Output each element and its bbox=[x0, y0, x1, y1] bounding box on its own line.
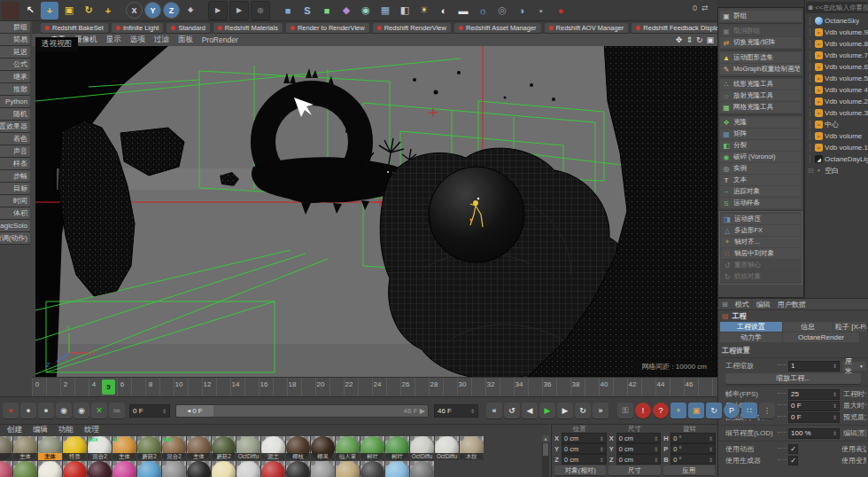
spinner-icon[interactable]: ⇕ bbox=[833, 403, 837, 409]
spinner-icon[interactable]: ⇕ bbox=[833, 391, 837, 397]
effector-button[interactable]: 延迟 bbox=[0, 46, 30, 58]
redshift-button[interactable]: Redshift AOV Manager bbox=[545, 23, 629, 33]
add-subdivision-button[interactable]: ■ bbox=[318, 2, 336, 20]
add-array-button[interactable]: ▦ bbox=[376, 2, 394, 20]
settings-gear-icon[interactable]: ◎ bbox=[493, 2, 511, 20]
size-dropdown[interactable]: 尺寸 bbox=[608, 465, 660, 475]
project-scale-input[interactable]: 1⇕ bbox=[788, 361, 840, 371]
material-menu-item[interactable]: 纹理 bbox=[84, 425, 99, 435]
object-item[interactable]: ┆◢OctaneDayLight bbox=[805, 153, 868, 165]
material-thumbnail[interactable] bbox=[63, 461, 87, 477]
next-frame-button[interactable]: ▶ bbox=[557, 403, 573, 418]
record-keyframe-button[interactable]: ⚿ bbox=[617, 403, 633, 418]
material-thumbnail[interactable]: 椰枝 bbox=[286, 436, 310, 460]
menu-item[interactable]: △多边形FX bbox=[721, 225, 801, 236]
material-thumbnail[interactable]: S主体 bbox=[112, 436, 136, 460]
material-thumbnail[interactable]: 主体 bbox=[13, 436, 37, 460]
current-frame-input[interactable]: 0 F⇕ bbox=[129, 404, 170, 418]
field-input[interactable]: 0 F⇕ bbox=[788, 412, 840, 423]
object-item[interactable]: ┆≈Vdb volume.6 bbox=[805, 61, 868, 73]
object-item[interactable]: ┆≈Vdb volume.5 bbox=[805, 73, 868, 84]
material-thumbnail[interactable]: 椰果 bbox=[311, 436, 335, 460]
record-button[interactable]: ● bbox=[3, 403, 19, 418]
viewport-menu-item[interactable]: ProRender bbox=[202, 35, 238, 44]
effector-button[interactable]: 随机 bbox=[0, 108, 30, 120]
effector-button[interactable]: 公式 bbox=[0, 59, 30, 70]
record-scale-toggle[interactable]: ▣ bbox=[688, 403, 704, 418]
tab-octane-render[interactable]: OctaneRender bbox=[783, 332, 859, 342]
spinner-icon[interactable]: ⇕ bbox=[833, 414, 837, 420]
menu-item[interactable]: ◨运动挤压 bbox=[721, 214, 801, 224]
prev-key-button[interactable]: ↺ bbox=[504, 403, 520, 418]
add-deformer-button[interactable]: ◆ bbox=[337, 2, 355, 20]
spinner-icon[interactable]: ⇕ bbox=[654, 435, 658, 442]
undo-partial-icon[interactable] bbox=[2, 2, 19, 20]
object-item[interactable]: ┆≈Vdb volume.1 bbox=[805, 142, 868, 153]
sphere-icon-1[interactable]: ● bbox=[20, 403, 36, 418]
last-tool[interactable]: + bbox=[99, 2, 117, 20]
unit-dropdown[interactable]: 厘米▼ bbox=[842, 362, 866, 371]
add-field-button[interactable]: ◉ bbox=[357, 2, 375, 20]
checkbox[interactable]: ✓ bbox=[788, 444, 798, 454]
attribute-menu-item[interactable]: 编辑 bbox=[756, 300, 771, 309]
record-parameter-toggle[interactable]: P bbox=[724, 403, 740, 418]
coord-system[interactable]: ⌖ bbox=[182, 2, 199, 20]
redshift-button[interactable]: Redshift Asset Manager bbox=[454, 23, 541, 33]
selection-cursor-icon[interactable]: ↖ bbox=[21, 2, 39, 20]
add-floor-button[interactable]: ▬ bbox=[454, 2, 472, 20]
powerslider-handle[interactable]: ◀0 F bbox=[176, 405, 213, 417]
coordinate-input[interactable]: 0 cm⇕ bbox=[562, 454, 607, 465]
material-thumbnail[interactable] bbox=[0, 436, 12, 460]
menu-item[interactable]: ◌放射克隆工具 bbox=[720, 90, 802, 101]
add-environment-button[interactable]: ☼ bbox=[474, 2, 492, 20]
end-frame-input[interactable]: 46 F⇕ bbox=[434, 404, 478, 418]
material-thumbnail[interactable] bbox=[137, 461, 161, 477]
apply-button[interactable]: 应用 bbox=[663, 465, 715, 475]
render-settings-button[interactable]: ◎ bbox=[251, 1, 270, 20]
material-thumbnail[interactable]: 蘑菇2 bbox=[137, 436, 161, 460]
material-thumbnail[interactable]: OctDiffu bbox=[410, 436, 434, 460]
effector-button[interactable]: 步幅 bbox=[0, 170, 30, 182]
field-input[interactable]: 25⇕ bbox=[788, 389, 840, 400]
lock-x-axis[interactable]: X bbox=[126, 2, 143, 19]
attribute-menu-item[interactable]: 模式 bbox=[735, 300, 749, 309]
next-key-button[interactable]: ↻ bbox=[575, 403, 591, 418]
material-menu-item[interactable]: 创建 bbox=[7, 425, 22, 435]
menu-item[interactable]: ▣群组 bbox=[720, 11, 802, 21]
options-handle[interactable]: ⋮ bbox=[759, 403, 775, 418]
spinner-icon[interactable]: ⇕ bbox=[162, 408, 167, 414]
coordinate-input[interactable]: 0 cm⇕ bbox=[616, 454, 662, 465]
field-input[interactable]: 100 %⇕ bbox=[788, 428, 840, 439]
scroll-thumb[interactable] bbox=[543, 443, 548, 456]
goto-start-button[interactable]: « bbox=[486, 403, 502, 418]
viewport-menu-item[interactable]: 面板 bbox=[178, 35, 193, 45]
material-thumbnail[interactable] bbox=[212, 461, 236, 477]
effector-button[interactable]: 重置效果器 bbox=[0, 121, 30, 132]
redshift-button[interactable]: Redshift RenderView bbox=[373, 23, 451, 33]
tab-project-settings[interactable]: 工程设置 bbox=[720, 322, 782, 332]
menu-item[interactable]: ▦矩阵 bbox=[720, 129, 802, 139]
effector-button[interactable]: 声音 bbox=[0, 145, 30, 157]
shuffle-icon[interactable]: ✕ bbox=[91, 403, 107, 418]
timeline-powerslider[interactable]: ◀0 F46 F ▶ bbox=[175, 404, 429, 418]
coordinate-input[interactable]: 0 °⇕ bbox=[670, 454, 716, 465]
spinner-icon[interactable]: ⇕ bbox=[709, 457, 713, 463]
render-to-picture-viewer-button[interactable]: ▶ bbox=[229, 1, 249, 20]
coordinate-input[interactable]: 0 cm⇕ bbox=[616, 443, 662, 454]
lock-y-axis[interactable]: Y bbox=[144, 2, 161, 19]
viewport-canvas[interactable]: Y X Z 网格间距 : 10000 cm bbox=[35, 46, 717, 377]
effector-button[interactable]: 继承 bbox=[0, 71, 30, 82]
material-thumbnail[interactable]: OctDiffu bbox=[236, 436, 260, 460]
menu-item[interactable]: ▲运动图形选集 bbox=[720, 52, 802, 63]
lock-z-axis[interactable]: Z bbox=[163, 2, 180, 19]
menu-item[interactable]: ◉破碎 (Voronoi) bbox=[720, 152, 802, 162]
material-thumbnail[interactable] bbox=[0, 461, 12, 477]
add-cube-button[interactable]: ■ bbox=[279, 2, 297, 20]
material-thumbnail[interactable]: 泥土 bbox=[261, 436, 285, 460]
object-item[interactable]: ┆≈Vdb volume.7 bbox=[805, 50, 868, 61]
render-view-button[interactable]: ▶ bbox=[208, 1, 228, 20]
spinner-icon[interactable]: ⇕ bbox=[833, 363, 837, 369]
redshift-button[interactable]: Standard bbox=[167, 23, 209, 33]
object-item[interactable]: ┆≈Vdb volume.8 bbox=[805, 38, 868, 50]
material-thumbnail[interactable]: 主体 bbox=[38, 436, 62, 460]
